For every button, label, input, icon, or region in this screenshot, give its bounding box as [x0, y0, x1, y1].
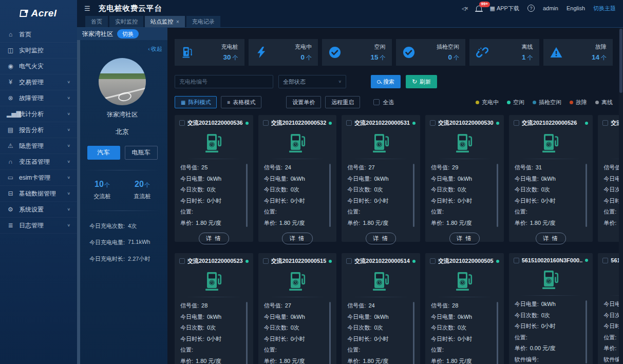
card-scrollbar[interactable]	[329, 164, 331, 227]
tab[interactable]: 首页 ×	[85, 16, 108, 27]
gun-number-input[interactable]	[175, 75, 273, 88]
content-row: 张家湾社区 切换 ‹收起 张家湾社区 北京 汽车 电瓶车	[77, 28, 623, 364]
language-switch[interactable]: English	[567, 5, 585, 11]
search-button[interactable]: 搜索	[371, 75, 401, 88]
charger-field-label: 今日电量:	[603, 174, 619, 185]
card-scrollbar[interactable]	[413, 302, 414, 364]
station-scrollbar[interactable]	[77, 40, 80, 364]
menu-fold-icon[interactable]: ☰	[84, 5, 90, 12]
page-scrollbar[interactable]	[619, 28, 623, 364]
charger-field-label: 软件编号:	[603, 354, 619, 364]
tab[interactable]: 实时监控 ×	[109, 16, 143, 27]
status-dot-icon	[329, 122, 332, 125]
detail-button[interactable]: 详 情	[449, 233, 480, 244]
charger-field-value: 1.80 元/度	[363, 218, 388, 229]
charger-field-label: 信号值:	[431, 300, 449, 312]
username[interactable]: admin	[543, 5, 558, 11]
card-scrollbar[interactable]	[497, 164, 498, 227]
charger-checkbox[interactable]	[263, 258, 269, 264]
station-city: 北京	[77, 127, 167, 137]
charger-field: 今日电量: 0kWh	[180, 312, 242, 323]
charger-checkbox[interactable]	[179, 258, 185, 264]
card-scrollbar[interactable]	[413, 164, 414, 227]
switch-station-button[interactable]: 切换	[117, 29, 139, 39]
list-icon: ≡	[227, 100, 230, 105]
sidebar-item[interactable]: ⊗ 故障管理 ∨	[0, 90, 77, 106]
sidebar-item[interactable]: ⊟ 基础数据管理 ∨	[0, 186, 77, 202]
detail-button[interactable]: 详 情	[536, 233, 566, 244]
sidebar-item[interactable]: ◉ 电气火灾 ∨	[0, 59, 77, 74]
charger-field-value: 0kWh	[207, 312, 221, 323]
card-scrollbar[interactable]	[586, 300, 587, 363]
charger-card: 交流20210220000505	[425, 253, 504, 364]
charger-checkbox[interactable]	[346, 258, 352, 264]
stat-unit: 个	[601, 54, 607, 61]
chevron-left-icon: ‹	[148, 46, 150, 52]
card-scrollbar[interactable]	[329, 302, 331, 364]
charger-checkbox[interactable]	[430, 120, 436, 126]
sidebar-item[interactable]: ⚠ 隐患管理 ∨	[0, 138, 77, 154]
sidebar-item[interactable]: ▂▅▇ 统计分析 ∨	[0, 106, 77, 122]
vehicle-type-button[interactable]: 汽车	[87, 146, 120, 160]
refresh-button[interactable]: ↻刷新	[406, 75, 437, 88]
card-scrollbar[interactable]	[497, 302, 498, 364]
charger-checkbox[interactable]	[602, 120, 608, 126]
stat-label: 充电中	[295, 43, 312, 51]
charger-checkbox[interactable]	[514, 120, 519, 126]
select-all-checkbox[interactable]: 全选	[373, 99, 394, 106]
notifications-button[interactable]: 99+	[476, 6, 482, 11]
sidebar-item[interactable]: ▭ esim卡管理 ∨	[0, 170, 77, 186]
sidebar-item[interactable]: ⌂ 首页 ∨	[0, 27, 77, 43]
charger-checkbox[interactable]	[602, 258, 608, 263]
set-price-button[interactable]: 设置单价	[286, 96, 321, 108]
vehicle-type-button[interactable]: 电瓶车	[125, 146, 158, 160]
charger-field-value: 0次	[207, 184, 216, 196]
remote-restart-button[interactable]: 远程重启	[325, 96, 360, 108]
charger-checkbox[interactable]	[179, 120, 185, 126]
charger-field-value: 0小时	[458, 196, 472, 207]
charger-field-label: 位置:	[515, 332, 527, 343]
sidebar-item[interactable]: ∩ 变压器管理 ∨	[0, 154, 77, 170]
detail-button[interactable]: 详 情	[282, 233, 312, 244]
theme-switch[interactable]: 切换主题	[593, 5, 616, 12]
sidebar-item[interactable]: ◫ 实时监控 ∨	[0, 43, 77, 59]
tab[interactable]: 充电记录 ×	[186, 16, 220, 27]
charger-field-value: 28	[452, 300, 458, 312]
card-scrollbar[interactable]	[586, 164, 587, 227]
tab[interactable]: 站点监控 ×	[145, 16, 185, 27]
detail-button[interactable]: 详 情	[366, 233, 396, 244]
scrollbar-thumb[interactable]	[619, 29, 622, 93]
charger-field-value: 31	[536, 162, 542, 174]
card-scrollbar[interactable]	[246, 302, 248, 364]
array-mode-button[interactable]: ▦阵列模式	[175, 96, 217, 108]
sidebar-item[interactable]: ⚙ 系统设置 ∨	[0, 202, 77, 218]
collapse-panel-link[interactable]: ‹收起	[148, 46, 162, 52]
table-mode-button[interactable]: ≡表格模式	[221, 96, 261, 108]
stat-card: 插枪空闲 0个	[396, 39, 466, 66]
charger-field: 单价: 1.80 元/度	[347, 218, 409, 229]
detail-button[interactable]: 详 情	[199, 233, 229, 244]
status-dot-icon	[570, 101, 573, 104]
charger-card: 交流20210220000523	[175, 253, 253, 364]
sidebar-item[interactable]: ≣ 日志管理 ∨	[0, 218, 77, 234]
status-select[interactable]: 全部状态 ∨	[278, 75, 346, 88]
charger-checkbox[interactable]	[346, 120, 352, 126]
speaker-mute-icon[interactable]: ◁×	[462, 6, 468, 11]
app-download-link[interactable]: ▦ APP下载	[490, 5, 519, 12]
charging-pile-icon	[202, 270, 225, 294]
today-stat-label: 今日充电时长:	[89, 255, 125, 263]
tab-close-icon[interactable]: ×	[176, 19, 179, 25]
sidebar-item[interactable]: ▤ 报告分析 ∨	[0, 122, 77, 138]
help-icon[interactable]: ?	[527, 5, 535, 12]
sidebar-item[interactable]: ¥ 交易管理 ∨	[0, 74, 77, 90]
charger-checkbox[interactable]	[263, 120, 269, 126]
card-scrollbar[interactable]	[246, 164, 248, 227]
charger-checkbox[interactable]	[514, 258, 519, 263]
charger-checkbox[interactable]	[430, 258, 436, 264]
offline-link-icon	[476, 46, 489, 59]
status-dot-icon	[595, 101, 599, 104]
station-photo	[99, 58, 146, 105]
charger-field-label: 信号值:	[347, 162, 366, 174]
charger-field-label: 单价:	[347, 218, 360, 229]
charging-pile-icon	[539, 132, 562, 156]
